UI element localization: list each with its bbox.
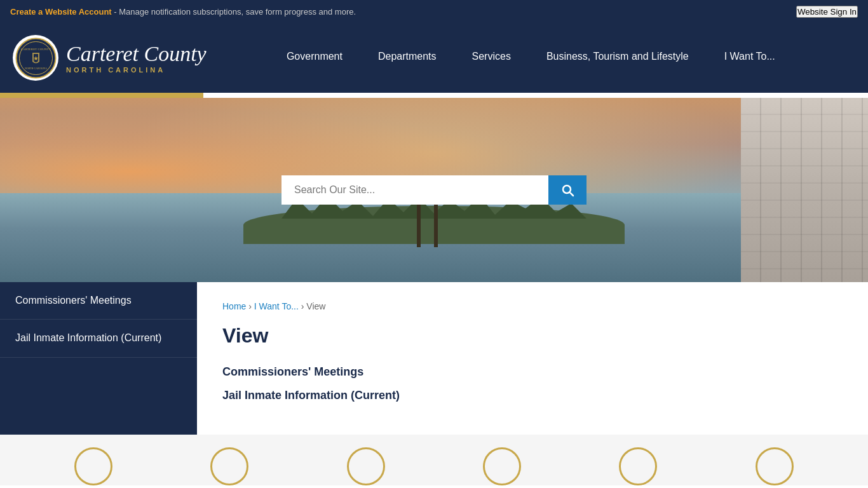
breadcrumb: Home › I Want To... › View xyxy=(222,301,843,311)
circle-item-6[interactable] xyxy=(756,447,794,485)
breadcrumb-sep1: › xyxy=(246,301,254,311)
top-bar-message: Create a Website Account - Manage notifi… xyxy=(10,7,356,17)
top-bar: Create a Website Account - Manage notifi… xyxy=(0,0,868,23)
site-logo[interactable]: CARTERET COUNTY NORTH CAROLINA Carteret … xyxy=(13,35,207,81)
site-header: CARTERET COUNTY NORTH CAROLINA Carteret … xyxy=(0,23,868,93)
circle-3 xyxy=(347,447,385,485)
pier-post-1 xyxy=(417,203,421,247)
circle-5 xyxy=(619,447,657,485)
circle-4 xyxy=(483,447,521,485)
main-content: Home › I Want To... › View View Commissi… xyxy=(197,282,868,435)
nav-services[interactable]: Services xyxy=(454,23,529,93)
circle-item-4[interactable] xyxy=(483,447,521,485)
svg-text:NORTH CAROLINA: NORTH CAROLINA xyxy=(24,67,46,70)
main-nav: Government Departments Services Business… xyxy=(207,23,855,93)
gold-accent-bar xyxy=(0,93,203,98)
search-bar xyxy=(281,175,587,205)
circle-item-1[interactable] xyxy=(74,447,112,485)
breadcrumb-sep2: › xyxy=(299,301,306,311)
top-bar-right: Website Sign In xyxy=(796,6,858,18)
circle-item-2[interactable] xyxy=(210,447,248,485)
hero-section xyxy=(0,98,868,282)
county-seal: CARTERET COUNTY NORTH CAROLINA xyxy=(13,35,58,81)
search-icon xyxy=(560,182,575,198)
jail-inmate-link[interactable]: Jail Inmate Information (Current) xyxy=(222,389,843,402)
sidebar-item-jail[interactable]: Jail Inmate Information (Current) xyxy=(0,320,197,357)
circle-item-5[interactable] xyxy=(619,447,657,485)
nav-departments[interactable]: Departments xyxy=(360,23,454,93)
circle-item-3[interactable] xyxy=(347,447,385,485)
top-bar-description: - Manage notification subscriptions, sav… xyxy=(112,7,356,17)
circle-1 xyxy=(74,447,112,485)
county-name-main: Carteret County xyxy=(66,42,207,65)
circle-6 xyxy=(756,447,794,485)
signin-button[interactable]: Website Sign In xyxy=(796,6,858,18)
hero-building xyxy=(741,98,868,282)
county-name-sub: NORTH CAROLINA xyxy=(66,66,207,74)
breadcrumb-current: View xyxy=(306,301,325,311)
search-input[interactable] xyxy=(281,175,548,205)
search-button[interactable] xyxy=(548,175,587,205)
sidebar-item-commissioners[interactable]: Commissioners' Meetings xyxy=(0,282,197,320)
page-title: View xyxy=(222,324,843,348)
breadcrumb-home[interactable]: Home xyxy=(222,301,246,311)
nav-government[interactable]: Government xyxy=(269,23,360,93)
nav-business[interactable]: Business, Tourism and Lifestyle xyxy=(529,23,707,93)
create-account-link[interactable]: Create a Website Account xyxy=(10,7,112,17)
logo-text: Carteret County NORTH CAROLINA xyxy=(66,42,207,73)
circle-2 xyxy=(210,447,248,485)
nav-iwantto[interactable]: I Want To... xyxy=(707,23,793,93)
svg-text:CARTERET COUNTY: CARTERET COUNTY xyxy=(20,48,51,51)
content-wrapper: Commissioners' Meetings Jail Inmate Info… xyxy=(0,282,868,435)
breadcrumb-iwantto[interactable]: I Want To... xyxy=(254,301,299,311)
commissioners-meetings-link[interactable]: Commissioners' Meetings xyxy=(222,365,843,379)
bottom-circles-section xyxy=(0,435,868,485)
sidebar: Commissioners' Meetings Jail Inmate Info… xyxy=(0,282,197,435)
